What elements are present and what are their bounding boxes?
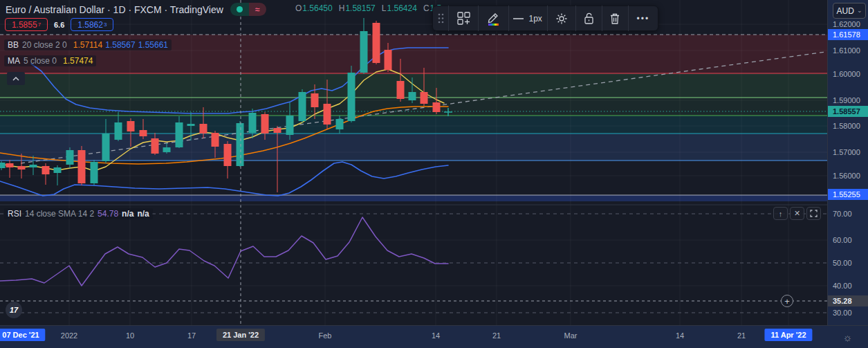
candle: [151, 138, 159, 154]
candle: [30, 165, 37, 167]
candle: [115, 122, 122, 140]
bb-name: BB: [8, 40, 19, 50]
price-axis-label: 50.00: [828, 259, 868, 267]
plus-icon: +: [784, 296, 790, 306]
candle: [397, 81, 405, 99]
price-axis-label: 1.58557: [828, 106, 868, 117]
symbol-title[interactable]: Euro / Australian Dollar · 1D · FXCM · T…: [6, 4, 223, 15]
currency-label: AUD: [837, 6, 854, 16]
rsi-params: 14 close SMA 14 2: [25, 209, 94, 219]
time-axis-label: 14: [432, 331, 440, 340]
bb-values: 1.571141.585671.55661: [71, 40, 168, 50]
line-width-value: 1px: [528, 14, 542, 24]
color-picker-button[interactable]: [479, 6, 508, 30]
candle: [42, 166, 50, 174]
indicator-value: 1.55661: [138, 40, 168, 50]
price-axis-label: 1.58000: [828, 122, 868, 130]
delete-button[interactable]: [602, 6, 628, 30]
zone: [0, 195, 827, 201]
candle: [299, 92, 306, 121]
pane-move-up-button[interactable]: ↑: [773, 207, 788, 220]
rsi-name: RSI: [8, 209, 21, 219]
theme-sun-icon: ☼: [843, 331, 853, 343]
add-to-layout-button[interactable]: [449, 6, 478, 30]
ellipsis-icon: •••: [637, 14, 650, 24]
collapse-legend-button[interactable]: [7, 72, 25, 85]
chevron-down-icon: ⌄: [857, 7, 862, 14]
candle: [324, 104, 331, 125]
ask-button[interactable]: 1.58623: [71, 18, 113, 31]
price-axis-label: 1.61578: [828, 29, 868, 40]
currency-button[interactable]: AUD ⌄: [833, 3, 866, 19]
axis-corner[interactable]: ☼: [827, 325, 868, 348]
settings-button[interactable]: [548, 6, 576, 30]
arrow-up-icon: ↑: [779, 210, 783, 218]
candle: [140, 130, 147, 136]
candle: [261, 114, 269, 134]
market-open-dot-icon: [230, 3, 249, 16]
drag-dots-icon: [438, 13, 444, 24]
open-value: 1.56450: [302, 3, 332, 13]
candle: [102, 134, 110, 161]
time-axis-label: Mar: [564, 331, 578, 340]
price-axis-label: 1.57000: [828, 148, 868, 156]
candle: [348, 73, 355, 121]
time-axis-label: 17: [187, 331, 196, 340]
time-axis-label: Feb: [319, 331, 332, 340]
ma-values: 1.57474: [60, 56, 93, 66]
candle: [336, 119, 344, 129]
price-axis-label: 40.00: [828, 282, 868, 290]
candle: [54, 167, 62, 173]
time-axis-label: 11 Apr '22: [764, 329, 812, 341]
price-axis-label: 1.55255: [828, 189, 868, 200]
time-axis-label: 10: [126, 331, 134, 340]
pane-close-button[interactable]: ✕: [790, 207, 804, 220]
add-alert-plus-button[interactable]: +: [781, 295, 793, 307]
more-options-button[interactable]: •••: [629, 6, 658, 30]
candle: [187, 124, 195, 126]
lock-button[interactable]: [576, 6, 602, 30]
ohlc-row: O1.56450 H1.58157 L1.56424 C1.5: [295, 3, 441, 13]
high-value: 1.58157: [345, 3, 375, 13]
rsi-indicator-legend[interactable]: RSI 14 close SMA 14 2 54.78 n/a n/a: [4, 208, 153, 219]
price-axis-label: 1.56000: [828, 172, 868, 180]
pane-maximize-button[interactable]: [806, 207, 821, 220]
ma-indicator-legend[interactable]: MA 5 close 0 1.57474: [4, 55, 96, 66]
time-axis[interactable]: 07 Dec '212022101721 Jan '22Feb1421Mar14…: [0, 325, 868, 348]
ma-params: 5 close 0: [24, 56, 57, 66]
chevron-up-icon: [12, 77, 19, 81]
candle: [212, 133, 219, 147]
price-axis-label: 60.00: [828, 236, 868, 244]
price-axis[interactable]: 1.620001.615781.610001.600001.590001.585…: [827, 0, 868, 325]
line-width-button[interactable]: 1px: [509, 6, 547, 30]
wave-icon: ≈: [249, 3, 266, 16]
ma-name: MA: [8, 56, 20, 66]
candle: [0, 163, 6, 168]
rsi-na-1: n/a: [122, 209, 133, 219]
indicator-value: 1.57114: [73, 40, 103, 50]
toolbar-drag-handle[interactable]: [433, 6, 448, 30]
bb-indicator-legend[interactable]: BB 20 close 2 0 1.571141.585671.55661: [4, 39, 172, 51]
tradingview-logo[interactable]: 17: [6, 302, 22, 318]
trash-icon: [609, 12, 620, 25]
bid-button[interactable]: 1.58557: [5, 18, 48, 31]
gear-icon: [555, 12, 568, 25]
candle: [373, 23, 380, 63]
pencil-rainbow-icon: [486, 11, 500, 26]
rsi-value: 54.78: [98, 209, 118, 219]
spread-value: 6.6: [54, 21, 64, 29]
symbol-title-row[interactable]: Euro / Australian Dollar · 1D · FXCM · T…: [6, 3, 266, 16]
candle: [163, 147, 171, 152]
candle: [274, 128, 281, 133]
bid-ask-row: 1.58557 6.6 1.58623: [5, 18, 113, 31]
zone: [0, 116, 827, 134]
price-axis-label: 1.62000: [828, 20, 868, 28]
candle: [176, 122, 183, 147]
candle: [311, 93, 319, 107]
candle: [421, 92, 428, 104]
market-status-pill[interactable]: ≈: [230, 3, 266, 16]
price-axis-label: 1.60000: [828, 70, 868, 78]
candle: [237, 123, 244, 166]
maximize-icon: [810, 210, 818, 217]
candle: [224, 144, 232, 166]
